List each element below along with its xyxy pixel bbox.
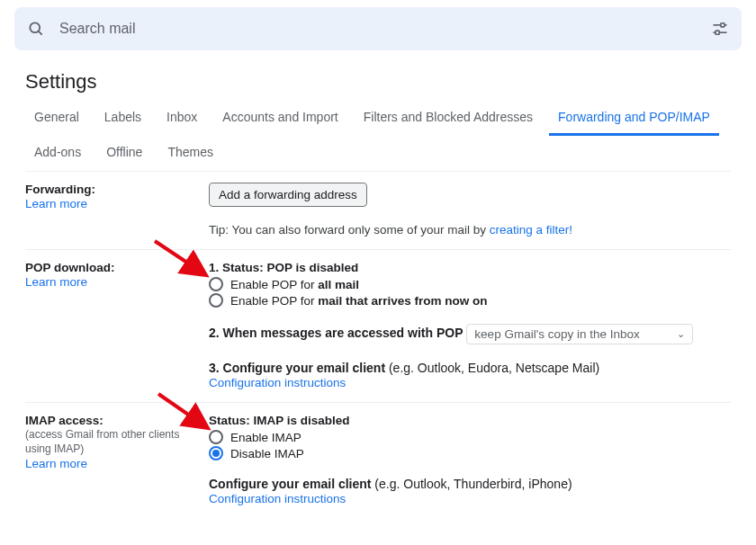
tab-inbox[interactable]: Inbox [158,101,206,136]
tab-addons[interactable]: Add-ons [25,136,90,171]
imap-section: IMAP access: (access Gmail from other cl… [25,402,731,518]
imap-status: Status: IMAP is disabled [209,414,731,427]
pop-action-value: keep Gmail's copy in the Inbox [474,327,639,341]
forwarding-tip-text: Tip: You can also forward only some of y… [209,223,490,237]
imap-conf-bold: Configure your email client [209,477,371,491]
page-title: Settings [25,70,731,94]
imap-conf-rest: (e.g. Outlook, Thunderbird, iPhone) [371,477,572,491]
tab-themes[interactable]: Themes [158,136,222,171]
pop-section: POP download: Learn more 1. Status: POP … [25,249,731,402]
create-filter-link[interactable]: creating a filter! [490,223,572,237]
imap-label: IMAP access: [25,414,198,427]
forwarding-section: Forwarding: Learn more Add a forwarding … [25,171,731,249]
pop-opt1-label: Enable POP for all mail [230,278,359,291]
imap-opt1-label: Enable IMAP [230,431,302,444]
svg-line-1 [39,31,42,35]
pop-step2-label: 2. When messages are accessed with POP [209,326,463,340]
tab-accounts[interactable]: Accounts and Import [213,101,346,136]
forwarding-tip: Tip: You can also forward only some of y… [209,223,731,237]
forwarding-learn-more-link[interactable]: Learn more [25,197,87,210]
pop-enable-all-radio[interactable] [209,277,223,291]
svg-rect-5 [716,31,719,34]
settings-panel: Settings General Labels Inbox Accounts a… [7,58,749,536]
tab-labels[interactable]: Labels [95,101,150,136]
imap-learn-more-link[interactable]: Learn more [25,457,87,470]
imap-config-link[interactable]: Configuration instructions [209,492,346,505]
pop-enable-new-radio[interactable] [209,293,223,308]
imap-opt2-label: Disable IMAP [230,447,304,460]
pop-step3-bold: 3. Configure your email client [209,361,385,375]
pop-label: POP download: [25,261,198,274]
imap-disable-radio[interactable] [209,446,223,460]
search-input[interactable] [59,21,711,37]
tab-offline[interactable]: Offline [97,136,151,171]
tab-filters[interactable]: Filters and Blocked Addresses [355,101,542,136]
pop-action-select[interactable]: keep Gmail's copy in the Inbox ⌄ [466,324,693,344]
pop-step3-rest: (e.g. Outlook, Eudora, Netscape Mail) [385,361,599,375]
pop-config-link[interactable]: Configuration instructions [209,376,346,389]
tab-general[interactable]: General [25,101,88,136]
forwarding-label: Forwarding: [25,183,198,196]
tab-forwarding-pop-imap[interactable]: Forwarding and POP/IMAP [549,101,719,136]
svg-rect-4 [721,23,724,27]
settings-tabs: General Labels Inbox Accounts and Import… [25,101,731,171]
imap-sublabel: (access Gmail from other clients using I… [25,427,198,456]
pop-opt2-label: Enable POP for mail that arrives from no… [230,294,488,308]
tune-icon[interactable] [711,20,729,38]
chevron-down-icon: ⌄ [677,328,685,340]
svg-point-0 [30,22,40,32]
imap-enable-radio[interactable] [209,430,223,444]
search-icon [27,20,45,38]
pop-learn-more-link[interactable]: Learn more [25,275,87,289]
add-forwarding-address-button[interactable]: Add a forwarding address [209,183,367,207]
pop-status: 1. Status: POP is disabled [209,261,731,274]
search-bar[interactable] [14,7,742,50]
